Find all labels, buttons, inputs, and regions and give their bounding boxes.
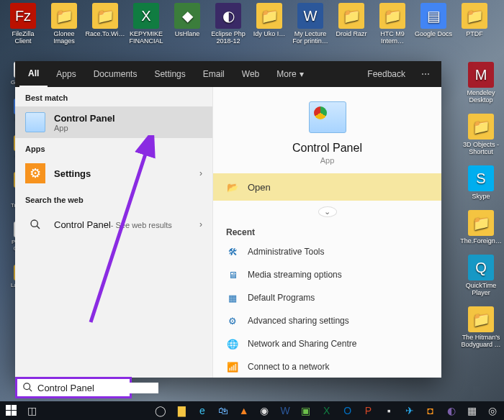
- recent-item-label: Default Programs: [248, 293, 315, 303]
- desktop-icon-glyph: 📁: [256, 3, 282, 29]
- result-control-panel[interactable]: Control Panel App: [15, 106, 212, 138]
- desktop-icon[interactable]: ◆UsHlane: [167, 3, 207, 45]
- taskbar-app-telegram[interactable]: ✈: [400, 402, 420, 419]
- taskbar-app-eclipse[interactable]: ◐: [441, 402, 462, 419]
- expand-button[interactable]: ⌄: [318, 206, 337, 217]
- svg-rect-7: [6, 411, 11, 416]
- tab-settings[interactable]: Settings: [145, 61, 194, 87]
- start-search-panel: All Apps Documents Settings Email Web Mo…: [15, 61, 441, 378]
- taskbar-app-cmd[interactable]: ▪: [379, 402, 399, 419]
- overflow-menu-icon[interactable]: ⋯: [414, 69, 437, 79]
- best-match-label: Best match: [15, 87, 212, 106]
- preview-sub: App: [320, 156, 335, 165]
- recent-item-icon: ▦: [226, 291, 239, 304]
- desktop-icon[interactable]: 📁PTDF: [454, 3, 495, 45]
- desktop-icon[interactable]: 📁The Hitman's Bodyguard …: [461, 306, 501, 348]
- open-label: Open: [248, 182, 271, 193]
- recent-item-label: Media streaming options: [248, 270, 342, 280]
- desktop-icon-glyph: M: [468, 62, 494, 88]
- taskbar-app-cortana[interactable]: ◯: [151, 402, 171, 419]
- desktop-icon-label: The.Foreign…: [460, 237, 502, 245]
- result-web-title: Control Panel: [54, 219, 111, 230]
- tab-more[interactable]: More ▾: [268, 61, 312, 87]
- taskbar-app-powerpoint[interactable]: P: [358, 402, 378, 419]
- taskbar-app-explorer[interactable]: ▇: [171, 402, 192, 419]
- search-tabs: All Apps Documents Settings Email Web Mo…: [15, 61, 441, 87]
- desktop-icon[interactable]: SSkype: [461, 165, 501, 200]
- desktop-icon-glyph: S: [468, 165, 494, 191]
- feedback-link[interactable]: Feedback: [359, 61, 414, 87]
- taskbar-app-misc2[interactable]: ◎: [482, 402, 503, 419]
- search-web-label: Search the web: [15, 189, 212, 209]
- recent-item-label: Network and Sharing Centre: [248, 339, 356, 349]
- desktop-icon[interactable]: 📁The.Foreign…: [461, 210, 501, 245]
- desktop-icon-glyph: 📁: [379, 3, 405, 29]
- recent-item[interactable]: ▦Default Programs: [213, 286, 441, 309]
- result-web-control-panel[interactable]: Control Panel - See web results ›: [15, 209, 212, 240]
- start-button[interactable]: [1, 402, 22, 419]
- recent-item[interactable]: 🖥Media streaming options: [213, 263, 441, 286]
- taskbar-app-chrome[interactable]: ◉: [254, 402, 274, 419]
- results-left-pane: Best match Control Panel App Apps ⚙ Sett…: [15, 87, 213, 378]
- desktop-icon[interactable]: ◐Eclipse Php 2018-12: [208, 3, 248, 45]
- recent-item[interactable]: ⚙Advanced sharing settings: [213, 309, 441, 332]
- desktop-icon-glyph: ▤: [420, 3, 446, 29]
- desktop-icon[interactable]: XKEPYMIKE FINANCIAL: [126, 3, 166, 45]
- desktop-icon[interactable]: ▤Google Docs: [413, 3, 454, 45]
- recent-item-label: Advanced sharing settings: [248, 316, 349, 326]
- taskbar-app-snagit[interactable]: ◘: [420, 402, 441, 419]
- desktop-icon-label: My Lecture For printin…: [290, 30, 330, 45]
- desktop-icon[interactable]: FzFileZilla Client: [3, 3, 43, 45]
- recent-item[interactable]: 📶Connect to a network: [213, 355, 441, 378]
- desktop-icon[interactable]: WMy Lecture For printin…: [290, 3, 330, 45]
- desktop-icon-label: Race.To.Wi…: [85, 30, 125, 37]
- taskbar-app-word[interactable]: W: [275, 402, 295, 419]
- svg-rect-5: [6, 405, 11, 410]
- desktop-icon-glyph: ◆: [174, 3, 200, 29]
- desktop-icon[interactable]: 📁Idy Uko I…: [249, 3, 289, 45]
- apps-label: Apps: [15, 138, 212, 158]
- desktop-icon[interactable]: 📁3D Objects - Shortcut: [461, 114, 501, 155]
- desktop-icon-glyph: ◐: [215, 3, 241, 29]
- desktop-icon-label: The Hitman's Bodyguard …: [461, 334, 501, 348]
- taskbar-app-misc1[interactable]: ▦: [462, 402, 482, 419]
- desktop-icon-glyph: W: [297, 3, 323, 29]
- taskbar-search-box[interactable]: [15, 377, 132, 398]
- taskbar-app-excel[interactable]: X: [317, 402, 337, 419]
- taskbar-app-outlook[interactable]: O: [338, 402, 358, 419]
- search-input[interactable]: [37, 383, 158, 393]
- results-right-pane: Control Panel App 📂 Open ⌄ Recent 🛠Admin…: [213, 87, 441, 378]
- result-settings[interactable]: ⚙ Settings ›: [15, 158, 212, 189]
- desktop-icon[interactable]: 📁Race.To.Wi…: [85, 3, 125, 45]
- desktop-icon[interactable]: 📁Glonee Images: [44, 3, 84, 45]
- settings-icon: ⚙: [25, 163, 45, 183]
- desktop-icon-label: QuickTime Player: [461, 282, 501, 296]
- recent-item[interactable]: 🌐Network and Sharing Centre: [213, 332, 441, 355]
- task-view-button[interactable]: ◫: [22, 402, 42, 419]
- tab-documents[interactable]: Documents: [85, 61, 146, 87]
- desktop-icon[interactable]: QQuickTime Player: [461, 255, 501, 296]
- taskbar: ◫ ◯ ▇ e 🛍 ▲ ◉ W ▣ X O P ▪ ✈ ◘ ◐ ▦ ◎: [0, 401, 504, 420]
- control-panel-icon: [25, 112, 45, 132]
- recent-item[interactable]: 🛠Administrative Tools: [213, 240, 441, 263]
- tab-apps[interactable]: Apps: [48, 61, 84, 87]
- tab-all[interactable]: All: [19, 61, 48, 87]
- desktop-icon-label: Google Docs: [415, 30, 452, 37]
- svg-rect-8: [12, 411, 17, 416]
- taskbar-app-camtasia[interactable]: ▣: [296, 402, 316, 419]
- search-icon: [22, 382, 33, 393]
- taskbar-app-vlc[interactable]: ▲: [234, 402, 254, 419]
- desktop-icon[interactable]: 📁HTC M9 Intern…: [372, 3, 413, 45]
- taskbar-app-edge[interactable]: e: [192, 402, 212, 419]
- recent-item-label: Connect to a network: [248, 362, 329, 372]
- tab-web[interactable]: Web: [233, 61, 268, 87]
- recent-item-icon: 🌐: [226, 337, 239, 350]
- desktop-icon[interactable]: 📁Droid Razr: [331, 3, 372, 45]
- open-button[interactable]: 📂 Open: [213, 173, 441, 201]
- result-title: Control Panel: [54, 113, 115, 124]
- taskbar-app-store[interactable]: 🛍: [213, 402, 233, 419]
- desktop-icon[interactable]: MMendeley Desktop: [461, 62, 501, 104]
- desktop-icon-glyph: Fz: [10, 3, 36, 29]
- desktop-icon-glyph: 📁: [338, 3, 364, 29]
- tab-email[interactable]: Email: [194, 61, 233, 87]
